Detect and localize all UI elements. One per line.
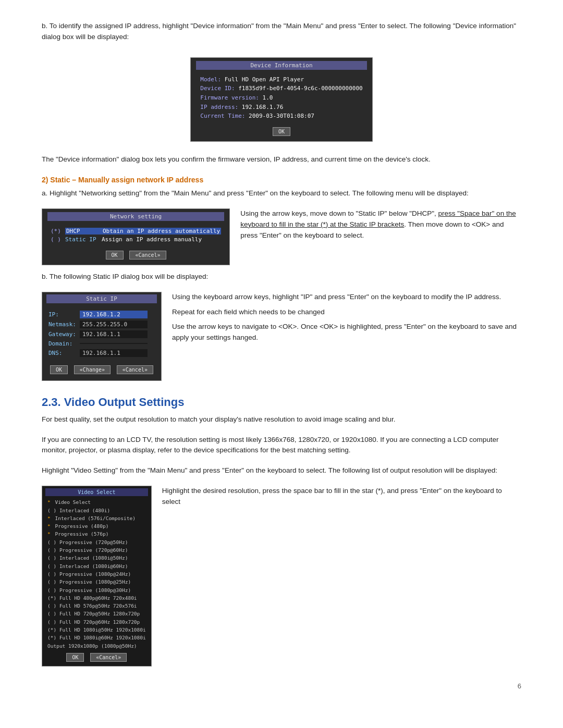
dhcp-label: DHCP <box>65 228 102 235</box>
res-cancel-btn: «Cancel» <box>90 653 127 662</box>
top-para1: b. To identify the assigned IP address, … <box>42 21 521 43</box>
static-ip-fields: IP: 192.168.1.2 Netmask: 255.255.255.0 G… <box>46 306 157 361</box>
device-info-content: Model: Full HD Open API Player Device ID… <box>196 73 366 123</box>
device-info-dialog: Device Information Model: Full HD Open A… <box>190 57 372 142</box>
res-item-1: ( ) Interlaced (480i) <box>45 507 148 514</box>
static-ip-buttons: OK «Change» «Cancel» <box>46 365 157 374</box>
device-info-line-4: Current Time: 2009-03-30T01:08:07 <box>200 112 362 121</box>
sip-netmask-row: Netmask: 255.255.255.0 <box>48 320 155 328</box>
network-option-dhcp: (*) DHCP Obtain an IP address automatica… <box>51 228 221 235</box>
res-item-3: * Progressive (480p) <box>45 522 148 530</box>
top-section: b. To identify the assigned IP address, … <box>42 21 521 165</box>
res-item-16: (*) Full HD 1080i@50Hz 1920x1080i <box>45 626 148 634</box>
res-dialog-title: Video Select <box>45 488 148 496</box>
static-change-btn: «Change» <box>74 365 111 374</box>
static-ip-layout: Static IP IP: 192.168.1.2 Netmask: 255.2… <box>42 292 521 381</box>
static-ip-title: Static IP <box>46 294 157 303</box>
device-info-ok-btn: OK <box>273 127 290 136</box>
res-ok-btn: OK <box>66 653 84 662</box>
sip-domain-row: Domain: <box>48 340 155 347</box>
sip-dns-value: 192.168.1.1 <box>80 349 148 357</box>
static-ok-btn: OK <box>50 365 68 374</box>
static-label: Static IP <box>65 236 102 243</box>
device-info-buttons: OK <box>196 127 366 136</box>
device-info-line-1: Device ID: f1835d9f-be0f-4054-9c6c-00000… <box>200 84 362 93</box>
res-item-13: ( ) Full HD 576p@50Hz 720x576i <box>45 602 148 610</box>
radio-dhcp: (*) <box>51 228 65 235</box>
res-item-15: ( ) Full HD 720p@60Hz 1280x720p <box>45 618 148 626</box>
static-ip-side-text: Using the keyboard arrow keys, highlight… <box>172 292 521 344</box>
sip-domain-label: Domain: <box>48 340 80 347</box>
section23-para1: For best quality, set the output resolut… <box>42 414 521 425</box>
res-item-14: ( ) Full HD 720p@50Hz 1280x720p <box>45 610 148 618</box>
dhcp-text: Obtain an IP address automatically <box>102 228 221 235</box>
res-item-4: * Progressive (576p) <box>45 530 148 538</box>
network-setting-layout: Network setting (*) DHCP Obtain an IP ad… <box>42 208 521 265</box>
section-2: 2) Static – Manually assign network IP a… <box>42 176 521 381</box>
sip-netmask-value: 255.255.255.0 <box>80 320 148 328</box>
res-item-17: (*) Full HD 1080i@60Hz 1920x1080i <box>45 634 148 641</box>
res-item-18: Output 1920x1080p (1080p@50Hz) <box>45 642 148 650</box>
sip-gateway-label: Gateway: <box>48 331 80 338</box>
device-info-line-3: IP address: 192.168.1.76 <box>200 103 362 112</box>
radio-static: ( ) <box>51 236 65 243</box>
device-info-title: Device Information <box>196 61 366 70</box>
underline-text: press "Space bar" on the keyboard to fil… <box>240 209 516 228</box>
sip-ip-row: IP: 192.168.1.2 <box>48 311 155 318</box>
sip-side-para2: Repeat for each field which needs to be … <box>172 307 521 318</box>
res-item-12: (*) Full HD 480p@60Hz 720x480i <box>45 594 148 602</box>
section-2-heading: 2) Static – Manually assign network IP a… <box>42 176 521 184</box>
sip-dns-label: DNS: <box>48 350 80 356</box>
res-side-text: Highlight the desired resolution, press … <box>162 486 521 508</box>
resolution-layout: Video Select * Video Select ( ) Interlac… <box>42 486 521 667</box>
page-number: 6 <box>42 682 521 690</box>
network-dialog-buttons: OK «Cancel» <box>47 251 224 260</box>
res-item-9: ( ) Progressive (1080p@24Hz) <box>45 570 148 578</box>
network-ok-btn: OK <box>106 251 124 260</box>
section23-para2: If you are connecting to an LCD TV, the … <box>42 435 521 456</box>
res-item-10: ( ) Progressive (1080p@25Hz) <box>45 578 148 586</box>
section23-para3: Highlight "Video Setting" from the "Main… <box>42 465 521 476</box>
sip-side-para3: Use the arrow keys to navigate to <OK>. … <box>172 322 521 343</box>
network-dialog: Network setting (*) DHCP Obtain an IP ad… <box>42 208 230 265</box>
device-info-line-0: Model: Full HD Open API Player <box>200 75 362 84</box>
static-text: Assign an IP address manually <box>102 236 202 243</box>
network-cancel-btn: «Cancel» <box>129 251 166 260</box>
network-dialog-title: Network setting <box>47 212 224 221</box>
network-option-static: ( ) Static IP Assign an IP address manua… <box>51 236 221 243</box>
sip-domain-value <box>80 343 148 344</box>
res-item-7: ( ) Interlaced (1080i@50Hz) <box>45 554 148 562</box>
sip-gateway-row: Gateway: 192.168.1.1 <box>48 330 155 338</box>
res-item-6: ( ) Progressive (720p@60Hz) <box>45 546 148 554</box>
res-item-2: * Interlaced (576i/Composite) <box>45 514 148 522</box>
static-cancel-btn: «Cancel» <box>117 365 153 374</box>
sip-netmask-label: Netmask: <box>48 321 80 328</box>
sip-gateway-value: 192.168.1.1 <box>80 330 148 338</box>
res-dialog-buttons: OK «Cancel» <box>45 653 148 662</box>
sip-dns-row: DNS: 192.168.1.1 <box>48 349 155 357</box>
sip-ip-label: IP: <box>48 311 80 318</box>
section2-para1: a. Highlight "Networking setting" from t… <box>42 188 521 199</box>
network-options: (*) DHCP Obtain an IP address automatica… <box>47 224 224 246</box>
res-item-8: ( ) Interlaced (1080i@60Hz) <box>45 562 148 570</box>
sip-ip-value: 192.168.1.2 <box>80 311 148 318</box>
section-23-heading: 2.3. Video Output Settings <box>42 396 521 409</box>
device-info-line-2: Firmware version: 1.0 <box>200 93 362 103</box>
section-23: 2.3. Video Output Settings For best qual… <box>42 396 521 667</box>
res-items-list: * Video Select ( ) Interlaced (480i) * I… <box>45 498 148 650</box>
section-23-number: 2.3. <box>42 396 64 409</box>
res-item-11: ( ) Progressive (1080p@30Hz) <box>45 586 148 594</box>
res-item-5: ( ) Progressive (720p@50Hz) <box>45 538 148 546</box>
resolution-dialog: Video Select * Video Select ( ) Interlac… <box>42 486 152 667</box>
section-23-title: Video Output Settings <box>64 396 185 409</box>
res-item-0: * Video Select <box>45 498 148 506</box>
top-para2: The "Device information" dialog box lets… <box>42 154 521 165</box>
static-ip-dialog: Static IP IP: 192.168.1.2 Netmask: 255.2… <box>42 292 162 381</box>
sip-side-para1: Using the keyboard arrow keys, highlight… <box>172 292 521 303</box>
network-side-text: Using the arrow keys, move down to "Stat… <box>240 208 521 241</box>
section2-para2: b. The following Static IP dialog box wi… <box>42 272 521 282</box>
